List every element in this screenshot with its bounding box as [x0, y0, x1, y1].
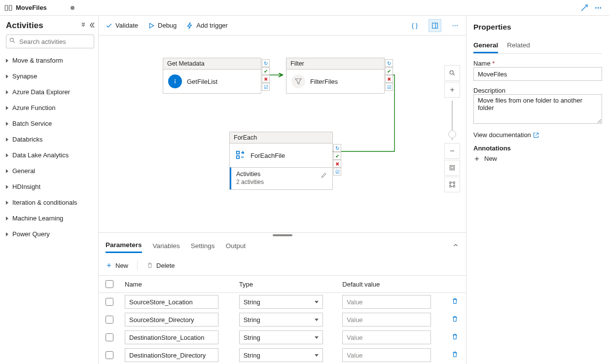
title-bar: MoveFiles	[0, 0, 609, 16]
activity-node-get-metadata[interactable]: Get Metadata GetFileList ↻ ✔ ✖ ☑	[163, 58, 261, 94]
funnel-icon	[291, 74, 305, 88]
activity-category[interactable]: General	[6, 163, 94, 179]
activity-category[interactable]: Power Query	[6, 226, 94, 242]
node-retry-icon[interactable]: ↻	[385, 59, 393, 67]
node-group-label: ForEach	[230, 132, 332, 144]
activity-category[interactable]: Move & transform	[6, 52, 94, 68]
param-name-input[interactable]	[125, 348, 218, 362]
pipeline-icon	[4, 3, 13, 12]
node-complete-icon[interactable]: ☑	[262, 83, 270, 91]
param-type-select[interactable]: String	[239, 313, 323, 327]
edit-icon[interactable]	[321, 172, 327, 180]
activity-category[interactable]: Machine Learning	[6, 210, 94, 226]
name-input[interactable]	[473, 67, 602, 81]
activity-node-foreach[interactable]: ForEach ForEachFile Activities 2 activit…	[229, 132, 333, 190]
new-parameter-button[interactable]: New	[106, 262, 128, 269]
add-trigger-button[interactable]: Add trigger	[186, 22, 228, 29]
fit-to-screen-button[interactable]	[444, 160, 460, 176]
param-name-input[interactable]	[125, 313, 218, 327]
param-type-select[interactable]: String	[239, 295, 323, 309]
designer-center: Validate Debug Add trigger { }	[99, 16, 466, 364]
param-type-select[interactable]: String	[239, 330, 323, 344]
pipeline-canvas[interactable]: Get Metadata GetFileList ↻ ✔ ✖ ☑ Filter	[99, 36, 466, 232]
chevron-right-icon	[6, 57, 8, 64]
param-value-input[interactable]: Value	[342, 295, 431, 309]
svg-rect-1	[9, 5, 12, 10]
zoom-in-button[interactable]	[444, 82, 460, 98]
properties-panel: Properties GeneralRelated Name * Descrip…	[466, 16, 609, 364]
view-documentation-link[interactable]: View documentation	[473, 131, 602, 139]
delete-row-icon[interactable]	[451, 317, 459, 324]
param-name-input[interactable]	[125, 295, 218, 309]
node-fail-icon[interactable]: ✖	[385, 75, 393, 83]
zoom-search-button[interactable]	[444, 65, 460, 81]
node-complete-icon[interactable]: ☑	[385, 83, 393, 91]
node-retry-icon[interactable]: ↻	[333, 144, 341, 152]
resize-handle[interactable]	[99, 233, 466, 237]
activity-category[interactable]: Synapse	[6, 68, 94, 84]
collapse-sidebar-icon[interactable]	[88, 22, 94, 30]
svg-rect-6	[432, 23, 438, 28]
node-group-label: Filter	[287, 58, 384, 70]
delete-row-icon[interactable]	[451, 352, 459, 360]
auto-layout-button[interactable]	[444, 177, 460, 192]
zoom-slider[interactable]	[452, 101, 453, 140]
properties-tab[interactable]: General	[473, 38, 498, 53]
node-fail-icon[interactable]: ✖	[262, 75, 270, 83]
chevron-right-icon	[6, 104, 8, 111]
activity-category[interactable]: HDInsight	[6, 179, 94, 194]
new-annotation-button[interactable]: New	[473, 155, 602, 162]
param-name-input[interactable]	[125, 330, 218, 344]
param-value-input[interactable]: Value	[342, 348, 431, 362]
node-success-icon[interactable]: ✔	[262, 67, 270, 75]
parameters-table: Name Type Default value StringValueStrin…	[99, 275, 466, 364]
activity-node-filter[interactable]: Filter FilterFiles ↻ ✔ ✖ ☑	[286, 58, 385, 94]
expand-icon[interactable]	[577, 1, 591, 15]
delete-row-icon[interactable]	[451, 334, 459, 342]
pipeline-title: MoveFiles	[16, 4, 47, 11]
activity-category[interactable]: Azure Function	[6, 100, 94, 115]
bottom-tabs: ParametersVariablesSettingsOutput	[99, 237, 466, 255]
node-success-icon[interactable]: ✔	[385, 67, 393, 75]
bottom-tab[interactable]: Settings	[191, 239, 215, 253]
node-success-icon[interactable]: ✔	[333, 152, 341, 160]
activity-category-list: Move & transformSynapseAzure Data Explor…	[6, 52, 94, 242]
svg-point-5	[10, 38, 13, 41]
activity-category[interactable]: Azure Data Explorer	[6, 84, 94, 100]
param-value-input[interactable]: Value	[342, 313, 431, 327]
table-row: StringValue	[99, 328, 466, 346]
search-input[interactable]	[6, 35, 94, 48]
more-icon[interactable]	[591, 1, 605, 15]
expand-all-icon[interactable]	[80, 22, 86, 30]
select-all-checkbox[interactable]	[106, 280, 113, 288]
bottom-tab[interactable]: Parameters	[106, 238, 142, 253]
node-fail-icon[interactable]: ✖	[333, 160, 341, 168]
validate-button[interactable]: Validate	[106, 22, 138, 29]
row-checkbox[interactable]	[106, 298, 113, 306]
description-textarea[interactable]	[473, 94, 602, 124]
debug-button[interactable]: Debug	[148, 22, 177, 29]
row-checkbox[interactable]	[106, 351, 113, 359]
activity-category[interactable]: Iteration & conditionals	[6, 194, 94, 210]
zoom-out-button[interactable]	[444, 143, 460, 159]
row-checkbox[interactable]	[106, 316, 113, 324]
bottom-tab[interactable]: Output	[226, 239, 246, 253]
node-retry-icon[interactable]: ↻	[262, 59, 270, 67]
code-view-icon[interactable]: { }	[411, 22, 419, 30]
svg-rect-12	[237, 151, 240, 154]
row-checkbox[interactable]	[106, 333, 113, 341]
delete-parameter-button[interactable]: Delete	[146, 262, 175, 269]
param-type-select[interactable]: String	[239, 348, 323, 362]
activity-category[interactable]: Databricks	[6, 131, 94, 147]
collapse-panel-icon[interactable]	[452, 242, 459, 250]
svg-point-7	[453, 25, 454, 26]
properties-tab[interactable]: Related	[507, 38, 530, 53]
delete-row-icon[interactable]	[451, 299, 459, 306]
activity-category[interactable]: Batch Service	[6, 115, 94, 131]
activity-category[interactable]: Data Lake Analytics	[6, 147, 94, 163]
toolbar-more-icon[interactable]	[451, 22, 459, 30]
properties-toggle-icon[interactable]	[429, 19, 441, 32]
param-value-input[interactable]: Value	[342, 330, 431, 344]
node-complete-icon[interactable]: ☑	[333, 168, 341, 176]
bottom-tab[interactable]: Variables	[153, 239, 180, 253]
